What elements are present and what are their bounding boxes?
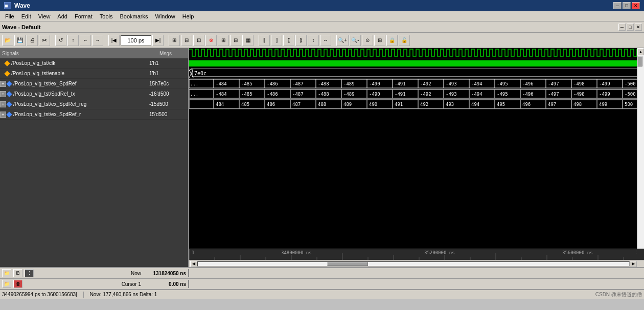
signal-name-spdref-r: /PosLop_vlg_tst/ex_SpdRef_r	[12, 112, 147, 117]
time-input[interactable]	[121, 35, 151, 46]
scroll-up-button[interactable]: ▲	[637, 48, 644, 55]
svg-text:-488: -488	[318, 81, 329, 86]
cursor-icon[interactable]: 📁	[2, 280, 11, 288]
menu-edit[interactable]: Edit	[18, 12, 34, 20]
tb-cursor2[interactable]: ⟧	[271, 35, 282, 46]
tb-btn-f[interactable]: ⊟	[230, 35, 241, 46]
close-button[interactable]: ✕	[632, 2, 640, 9]
clk-waveform	[189, 48, 644, 58]
menu-bookmarks[interactable]: Bookmarks	[117, 12, 151, 20]
svg-text:-484: -484	[216, 81, 227, 86]
signal-row-spdref-reg[interactable]: + /PosLop_vlg_tst/ex_SpdRef_reg -15d500	[0, 99, 188, 109]
tb-print-button[interactable]: 🖨	[27, 35, 38, 46]
tb-cursor5[interactable]: ↕	[308, 35, 319, 46]
svg-text:500: 500	[625, 102, 633, 107]
svg-text:497: 497	[548, 102, 556, 107]
signal-icon-spdref-reg	[6, 101, 12, 107]
toolbar: 📂 💾 🖨 ✂ ↺ ↑ ← → |◀ ▶| ⊞ ⊟ ⊡ ⊗ ⊞ ⊟ ▦ ⟦ ⟧ …	[0, 33, 644, 48]
svg-text:494: 494	[471, 102, 479, 107]
signal-row-clk[interactable]: /PosLop_vlg_tst/clk 1'h1	[0, 58, 188, 69]
sub-minimize-button[interactable]: ─	[618, 24, 626, 31]
svg-text:-499: -499	[599, 81, 610, 86]
svg-text:-486: -486	[267, 92, 278, 97]
menu-add[interactable]: Add	[54, 12, 71, 20]
tb-back-button[interactable]: ←	[80, 35, 91, 46]
v-scrollbar[interactable]: ▲ ▼	[637, 48, 644, 256]
scroll-left-button[interactable]: ◀	[190, 261, 197, 267]
tb-zoom-in[interactable]: 🔍+	[336, 35, 349, 46]
menu-view[interactable]: View	[35, 12, 54, 20]
signal-row-spdref-r[interactable]: + /PosLop_vlg_tst/ex_SpdRef_r 15'd500	[0, 109, 188, 120]
bottom-left-cursor: 📁 🗑 Cursor 1 0.00 ns	[0, 280, 189, 288]
expand-spdref-reg[interactable]: +	[0, 101, 6, 107]
maximize-button[interactable]: □	[623, 2, 631, 9]
expand-spdref[interactable]: +	[0, 81, 6, 87]
bottom-left-now: 📁 🖹 ⋮ Now 131824050 ns	[0, 269, 189, 277]
status-sep1	[83, 292, 84, 298]
minimize-button[interactable]: ─	[613, 2, 622, 9]
svg-text:-496: -496	[522, 81, 534, 86]
tb-btn-d[interactable]: ⊗	[205, 35, 217, 46]
tb-open-button[interactable]: 📂	[2, 35, 13, 46]
expand-spdref-tx[interactable]: +	[0, 91, 6, 97]
signal-row-spdref[interactable]: + /PosLop_vlg_tst/ex_SpdRef 15h7e0c	[0, 79, 188, 89]
now-icon3[interactable]: ⋮	[25, 269, 34, 277]
tb-zoom-unlock[interactable]: 🔓	[399, 35, 410, 46]
tb-cursor6[interactable]: ↔	[320, 35, 331, 46]
now-label: Now	[36, 271, 143, 276]
svg-text:-493: -493	[446, 81, 457, 86]
tb-refresh-button[interactable]: ↺	[55, 35, 66, 46]
tb-btn-g[interactable]: ▦	[242, 35, 254, 46]
signal-icon-spdref-tx	[6, 91, 12, 97]
svg-text:486: 486	[267, 102, 275, 107]
tb-btn-a[interactable]: ⊞	[169, 35, 180, 46]
sub-title-text: Wave - Default	[2, 24, 616, 30]
signal-row-spdref-tx[interactable]: + /PosLop_vlg_tst/SpdRef_tx -16'd500	[0, 89, 188, 99]
signal-icon-spdref-r	[6, 112, 12, 117]
signal-row-enable[interactable]: /PosLop_vlg_tst/enable 1'h1	[0, 69, 188, 79]
tb-zoom-out[interactable]: 🔍-	[350, 35, 361, 46]
menu-file[interactable]: File	[2, 12, 17, 20]
menu-window[interactable]: Window	[152, 12, 178, 20]
menu-tools[interactable]: Tools	[97, 12, 116, 20]
tb-btn-c[interactable]: ⊡	[193, 35, 204, 46]
tb-forward-button[interactable]: →	[92, 35, 103, 46]
svg-text:489: 489	[343, 102, 352, 107]
menu-help[interactable]: Help	[179, 12, 197, 20]
svg-text:-486: -486	[267, 81, 278, 86]
tb-zoom-full[interactable]: ⊞	[374, 35, 385, 46]
tb-btn-e[interactable]: ⊞	[218, 35, 229, 46]
svg-text:495: 495	[497, 102, 505, 107]
wave-row-spdref-reg: ... -484 -485 -486 -487 -488 -489 -490 -…	[189, 89, 644, 99]
menu-format[interactable]: Format	[72, 12, 96, 20]
cursor-icon2[interactable]: 🗑	[13, 280, 22, 288]
svg-text:-492: -492	[420, 92, 431, 97]
tb-up-button[interactable]: ↑	[67, 35, 79, 46]
tb-cursor1[interactable]: ⟦	[259, 35, 270, 46]
now-icon[interactable]: 📁	[2, 269, 11, 277]
svg-text:-484: -484	[216, 92, 227, 97]
tb-cursor3[interactable]: ⟪	[283, 35, 294, 46]
sub-maximize-button[interactable]: □	[627, 24, 634, 31]
v-scroll-thumb[interactable]	[637, 56, 642, 67]
svg-text:-500: -500	[625, 92, 636, 97]
tb-time-right[interactable]: ▶|	[152, 35, 164, 46]
tb-btn-b[interactable]: ⊟	[181, 35, 192, 46]
now-icon2[interactable]: 🖹	[13, 269, 22, 277]
tb-time-left[interactable]: |◀	[108, 35, 120, 46]
svg-text:34800000 ns: 34800000 ns	[281, 250, 312, 255]
scroll-right-button[interactable]: ▶	[630, 261, 637, 267]
h-scroll-thumb[interactable]	[327, 262, 368, 266]
tb-save-button[interactable]: 💾	[14, 35, 26, 46]
wave-row-clk	[189, 48, 644, 58]
tb-cursor4[interactable]: ⟫	[295, 35, 307, 46]
tb-cut-button[interactable]: ✂	[39, 35, 50, 46]
tb-zoom-fit[interactable]: ⊙	[362, 35, 373, 46]
signal-value-spdref-r: 15'd500	[147, 112, 188, 117]
svg-text:...: ...	[190, 81, 198, 86]
tb-zoom-lock[interactable]: 🔒	[386, 35, 398, 46]
expand-spdref-r[interactable]: +	[0, 112, 6, 118]
sub-close-button[interactable]: ✕	[635, 24, 642, 31]
signal-value-spdref: 15h7e0c	[147, 81, 188, 86]
svg-text:-485: -485	[241, 81, 252, 86]
